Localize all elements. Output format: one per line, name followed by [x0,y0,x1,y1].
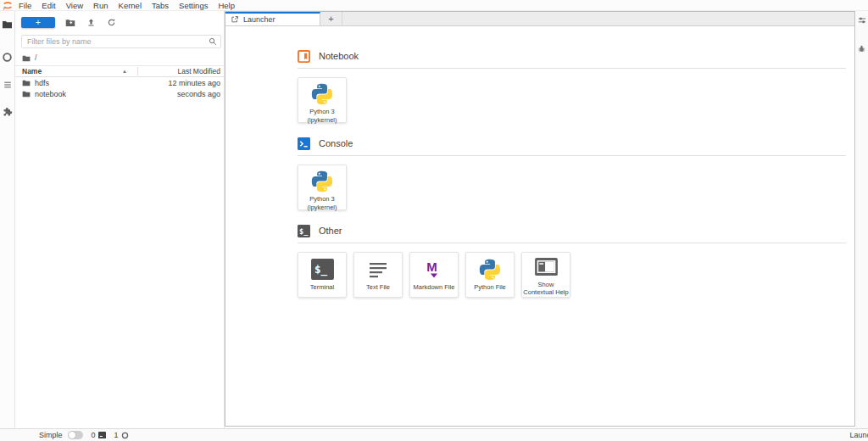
section-header: Notebook [298,49,846,63]
tab-bar: Launcher + [225,12,854,26]
file-modified: 12 minutes ago [168,79,224,87]
simple-mode-label: Simple [39,431,63,439]
svg-text:$_: $_ [299,226,309,235]
upload-icon[interactable] [86,17,96,27]
breadcrumb[interactable]: / [15,50,224,65]
notebook-icon [298,50,310,63]
file-browser-toolbar: + [15,11,224,33]
tab-launcher[interactable]: Launcher [225,12,320,25]
property-inspector-icon[interactable] [858,16,866,25]
simple-mode-toggle[interactable] [68,431,83,439]
jupyterlab-app: File Edit View Run Kernel Tabs Settings … [0,0,868,441]
file-list-header: Name ▲ Last Modified [15,65,224,77]
card-label: Terminal [299,283,345,292]
terminal-icon: $_ [298,225,310,237]
extension-manager-icon[interactable] [2,106,13,117]
svg-text:$_: $_ [314,263,327,276]
menu-file[interactable]: File [14,1,36,10]
terminal-status-icon[interactable] [98,432,106,439]
status-bar: Simple 0 1 Launcher [0,428,868,441]
file-row-notebook[interactable]: notebook seconds ago [15,88,224,99]
add-tab-button[interactable]: + [320,12,342,25]
home-folder-icon [22,54,31,62]
python-icon [311,170,334,193]
section-divider [298,155,846,156]
file-browser-panel: + [15,11,225,428]
menu-bar: File Edit View Run Kernel Tabs Settings … [0,0,868,11]
new-folder-icon[interactable] [65,17,75,27]
card-label: Python File [467,283,513,292]
card-row: Python 3 (ipykernel) [298,77,846,123]
card-label: Show Contextual Help [523,281,569,298]
card-row: Python 3 (ipykernel) [298,165,846,210]
file-name: hdfs [35,79,168,87]
section-title: Notebook [319,51,359,61]
jupyter-logo-icon [2,1,14,10]
sort-ascending-icon[interactable]: ▲ [122,69,137,74]
left-activity-bar [0,11,15,428]
current-activity-label: Launcher [849,431,868,439]
refresh-icon[interactable] [106,17,116,27]
launcher-section-console: Console Python 3 (ipykernel) [298,137,846,210]
launcher-tab-icon [231,15,239,24]
card-label: Python 3 (ipykernel) [299,108,345,125]
menu-run[interactable]: Run [88,1,113,10]
filter-files-input[interactable] [21,35,221,48]
launcher-card-contextual-help[interactable]: Show Contextual Help [521,252,570,298]
main-dock-panel: Launcher + Notebook [225,11,855,427]
console-icon [298,137,310,150]
python-icon [311,83,334,105]
menu-kernel[interactable]: Kernel [114,1,147,10]
launcher-card-markdown-file[interactable]: M Markdown File [409,252,459,298]
card-row: $_ Terminal [298,252,846,298]
card-label: Text File [355,283,401,292]
card-label: Markdown File [411,283,457,292]
launcher-section-notebook: Notebook Python 3 (ipykernel) [298,49,846,123]
section-divider [298,243,846,243]
section-header: $_ Other [298,224,846,237]
launcher-card-python-file[interactable]: Python File [465,252,515,298]
launcher-card-console-python3[interactable]: Python 3 (ipykernel) [298,165,347,210]
file-modified: seconds ago [177,90,224,98]
menu-help[interactable]: Help [213,1,240,10]
terminals-count[interactable]: 0 [92,431,96,439]
debugger-icon[interactable] [858,45,866,53]
column-header-modified[interactable]: Last Modified [138,67,224,75]
launcher-card-text-file[interactable]: Text File [353,252,403,298]
file-row-hdfs[interactable]: hdfs 12 minutes ago [15,77,224,88]
card-label: Python 3 (ipykernel) [299,195,345,212]
terminal-icon: $_ [311,258,334,281]
text-file-icon [367,258,390,281]
breadcrumb-root[interactable]: / [35,53,37,62]
running-kernels-icon[interactable] [2,52,13,63]
right-activity-bar [856,11,868,428]
folder-icon [22,90,31,98]
contextual-help-icon [535,258,558,278]
kernels-count[interactable]: 1 [114,431,119,439]
file-browser-icon[interactable] [2,19,13,30]
filter-files-wrap [21,35,221,48]
launcher: Notebook Python 3 (ipykernel) [225,26,854,426]
section-divider [298,68,846,69]
new-launcher-button[interactable]: + [21,17,55,28]
menu-view[interactable]: View [61,1,88,10]
menu-edit[interactable]: Edit [36,1,60,10]
search-icon [209,37,217,46]
column-header-name[interactable]: Name [15,67,122,75]
launcher-section-other: $_ Other $_ Terminal [298,224,846,298]
kernel-status-icon[interactable] [121,432,129,439]
tab-label: Launcher [243,15,275,24]
svg-text:M: M [426,260,437,274]
launcher-card-terminal[interactable]: $_ Terminal [298,252,347,298]
table-of-contents-icon[interactable] [2,79,13,90]
python-icon [479,258,502,281]
section-title: Other [319,226,342,236]
menu-settings[interactable]: Settings [174,1,213,10]
launcher-card-notebook-python3[interactable]: Python 3 (ipykernel) [298,77,347,123]
markdown-icon: M [423,258,446,281]
menu-tabs[interactable]: Tabs [147,1,174,10]
section-header: Console [298,137,846,150]
section-title: Console [319,138,353,148]
folder-icon [22,79,31,87]
file-name: notebook [35,90,177,98]
